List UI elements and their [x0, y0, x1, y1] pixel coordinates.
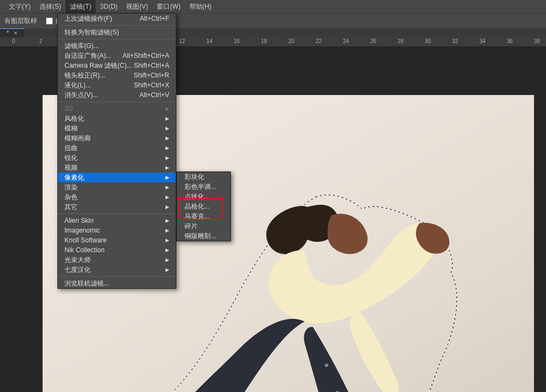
- close-icon[interactable]: ×: [14, 29, 17, 36]
- auto-checkbox[interactable]: [46, 17, 53, 25]
- submenu-item-halftone[interactable]: 彩色半调...: [177, 182, 230, 192]
- menu-window[interactable]: 窗口(W): [152, 0, 185, 13]
- menu-item-nik-collection[interactable]: Nik Collection▶: [58, 245, 176, 255]
- submenu-arrow-icon: ▶: [165, 155, 169, 161]
- ruler-tick: 26: [370, 38, 376, 44]
- last-filter-shortcut: Alt+Ctrl+F: [140, 15, 169, 22]
- menu-item-knoll[interactable]: Knoll Software▶: [58, 235, 176, 245]
- ruler-tick: 32: [452, 38, 458, 44]
- tab-label: *: [7, 29, 9, 36]
- submenu-arrow-icon: ▶: [165, 116, 169, 121]
- menu-item-camera-raw[interactable]: Camera Raw 滤镜(C)...Shift+Ctrl+A: [58, 61, 176, 70]
- ruler-tick: 34: [479, 38, 485, 44]
- menu-item-qidu[interactable]: 七度汉化▶: [58, 265, 176, 275]
- menu-item-sharpen[interactable]: 锐化▶: [58, 153, 176, 163]
- svg-point-1: [265, 369, 268, 372]
- ruler-tick: 16: [234, 38, 240, 44]
- menu-text[interactable]: 文字(Y): [4, 0, 35, 13]
- ruler-tick: 18: [261, 38, 267, 44]
- ruler-tick: 22: [316, 38, 322, 44]
- submenu-item-pointillize[interactable]: 点状化...: [177, 192, 230, 201]
- submenu-arrow-icon: ▶: [165, 126, 169, 131]
- pixelate-submenu: 彩块化 彩色半调... 点状化... 晶格化... 马赛克... 碎片 铜版雕刻…: [176, 171, 231, 241]
- submenu-arrow-icon: ▶: [165, 135, 169, 141]
- menu-item-vanishing-point[interactable]: 消失点(V)...Alt+Ctrl+V: [58, 90, 176, 100]
- menu-item-imagenomic[interactable]: Imagenomic▶: [58, 225, 176, 235]
- document-tab[interactable]: * ×: [0, 28, 24, 37]
- submenu-arrow-icon: ▶: [165, 204, 169, 210]
- menu-item-other[interactable]: 其它▶: [58, 202, 176, 212]
- menu-item-convert-smart[interactable]: 转换为智能滤镜(S): [58, 27, 176, 37]
- submenu-item-mezzotint[interactable]: 铜版雕刻...: [177, 231, 230, 241]
- ruler-tick: 36: [507, 38, 513, 44]
- menu-item-render[interactable]: 渲染▶: [58, 182, 176, 192]
- menu-item-distort[interactable]: 扭曲▶: [58, 143, 176, 153]
- ruler-tick: 30: [425, 38, 431, 44]
- submenu-item-mosaic[interactable]: 马赛克...: [177, 211, 230, 221]
- filter-menu-dropdown: 上次滤镜操作(F) Alt+Ctrl+F 转换为智能滤镜(S) 滤镜库(G)..…: [57, 13, 176, 289]
- menu-bar: 文字(Y) 选择(S) 滤镜(T) 3D(D) 视图(V) 窗口(W) 帮助(H…: [0, 0, 546, 13]
- submenu-arrow-icon: ▶: [165, 237, 169, 243]
- menu-item-stylize[interactable]: 风格化▶: [58, 114, 176, 123]
- submenu-arrow-icon: ▶: [165, 257, 169, 263]
- menu-item-blur-gallery[interactable]: 模糊画廊▶: [58, 133, 176, 143]
- menu-item-alien-skin[interactable]: Alien Skin▶: [58, 216, 176, 225]
- menu-select[interactable]: 选择(S): [35, 0, 66, 13]
- submenu-arrow-icon: ▶: [165, 185, 169, 190]
- ruler-tick: 28: [397, 38, 403, 44]
- submenu-arrow-icon: ▶: [165, 165, 169, 170]
- sample-layers-label: 有图层取样: [4, 16, 37, 26]
- menu-view[interactable]: 视图(V): [122, 0, 152, 13]
- submenu-arrow-icon: ▶: [165, 145, 169, 151]
- menu-item-video[interactable]: 视频▶: [58, 163, 176, 173]
- submenu-arrow-icon: ▶: [165, 194, 169, 200]
- menu-item-blur[interactable]: 模糊▶: [58, 123, 176, 133]
- ruler-tick: 0: [12, 38, 15, 44]
- last-filter-label: 上次滤镜操作(F): [64, 14, 112, 23]
- svg-point-0: [276, 353, 279, 356]
- submenu-item-crystallize[interactable]: 晶格化...: [177, 201, 230, 211]
- menu-item-topaz[interactable]: 光束大师▶: [58, 255, 176, 265]
- menu-item-adaptive-wide[interactable]: 自适应广角(A)...Alt+Shift+Ctrl+A: [58, 51, 176, 61]
- submenu-arrow-icon: ▶: [165, 218, 169, 223]
- menu-3d[interactable]: 3D(D): [96, 0, 122, 13]
- submenu-arrow-icon: ▶: [165, 247, 169, 253]
- ruler-tick: 20: [288, 38, 294, 44]
- submenu-item-color-halftone[interactable]: 彩块化: [177, 172, 230, 182]
- submenu-arrow-icon: ▶: [165, 175, 169, 180]
- menu-help[interactable]: 帮助(H): [185, 0, 216, 13]
- ruler-tick: 12: [179, 38, 185, 44]
- menu-filter[interactable]: 滤镜(T): [66, 0, 96, 13]
- svg-point-2: [251, 385, 254, 389]
- ruler-tick: 2: [39, 38, 43, 44]
- menu-item-browse-online-filters[interactable]: 浏览联机滤镜...: [58, 278, 176, 288]
- menu-item-pixelate[interactable]: 像素化▶: [58, 173, 176, 182]
- ruler-tick: 38: [534, 38, 540, 44]
- submenu-arrow-icon: ▶: [165, 267, 169, 272]
- svg-point-7: [325, 364, 328, 367]
- ruler-tick: 14: [206, 38, 212, 44]
- menu-item-3d[interactable]: 3D▶: [58, 104, 176, 114]
- submenu-arrow-icon: ▶: [165, 106, 169, 111]
- submenu-item-fragment[interactable]: 碎片: [177, 221, 230, 231]
- menu-item-last-filter[interactable]: 上次滤镜操作(F) Alt+Ctrl+F: [58, 14, 176, 23]
- menu-item-lens-correction[interactable]: 镜头校正(R)...Shift+Ctrl+R: [58, 70, 176, 80]
- submenu-arrow-icon: ▶: [165, 228, 169, 233]
- menu-item-filter-gallery[interactable]: 滤镜库(G)...: [58, 41, 176, 51]
- menu-item-noise[interactable]: 杂色▶: [58, 192, 176, 202]
- ruler-tick: 24: [343, 38, 349, 44]
- menu-item-liquify[interactable]: 液化(L)...Shift+Ctrl+X: [58, 80, 176, 90]
